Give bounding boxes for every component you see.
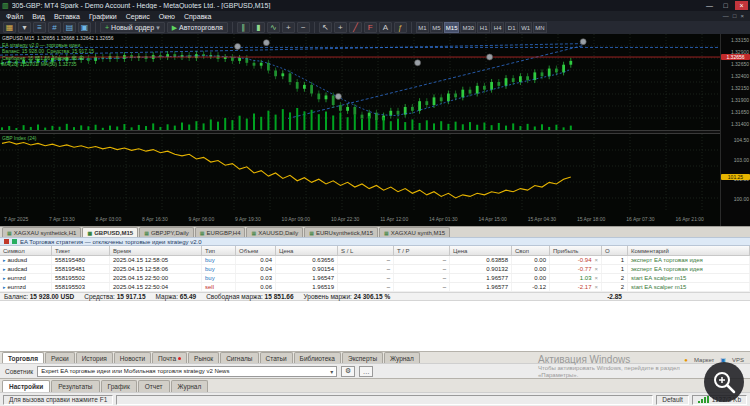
timeframe-H4[interactable]: H4: [491, 22, 504, 33]
bar-chart-icon[interactable]: ∥: [237, 22, 250, 33]
chart-tab-EURUsynthetick[interactable]: ▦EURUsynthetick,M15: [304, 227, 378, 237]
tester-tab-Отчет[interactable]: Отчет: [138, 380, 170, 392]
terminal-tab-Сигналы[interactable]: Сигналы: [220, 352, 258, 363]
close-order-icon[interactable]: ×: [594, 257, 598, 263]
terminal-tab-Журнал[interactable]: Журнал: [384, 352, 420, 363]
text-icon[interactable]: A: [379, 22, 392, 33]
terminal-tab-Библиотека[interactable]: Библиотека: [294, 352, 341, 363]
menu-item-Окно[interactable]: Окно: [159, 13, 175, 20]
new-chart-icon[interactable]: ▦: [3, 22, 16, 33]
timeframe-M1[interactable]: M1: [416, 22, 429, 33]
close-order-icon[interactable]: ×: [594, 266, 598, 272]
column-header-Тикет[interactable]: Тикет: [52, 246, 110, 255]
timeframe-H1[interactable]: H1: [477, 22, 490, 33]
expert-properties-button[interactable]: ⚙: [341, 366, 355, 377]
terminal-tab-Торговля[interactable]: Торговля: [2, 352, 44, 363]
timeframe-MN[interactable]: MN: [533, 22, 546, 33]
chart-plot[interactable]: GBPUSD,M15 1.32656 1.32668 1.32642 1.326…: [0, 34, 720, 226]
cursor-icon[interactable]: ↖: [319, 22, 332, 33]
time-label: 15 Apr 18:00: [577, 216, 605, 222]
trade-row[interactable]: ▸audcad5581954812025.04.15 12:58:06buy0.…: [0, 265, 750, 274]
profiles-icon[interactable]: ▾: [18, 22, 31, 33]
column-header-О[interactable]: О: [602, 246, 628, 255]
tester-tab-Настройки[interactable]: Настройки: [2, 380, 50, 392]
menu-item-Справка[interactable]: Справка: [184, 13, 211, 20]
terminal-tab-Почта[interactable]: Почта: [152, 352, 187, 363]
tester-tab-График[interactable]: График: [101, 380, 137, 392]
new-order-button[interactable]: + Новый ордер ▾: [100, 22, 165, 33]
chart-tab-XAGXAU synth[interactable]: ▦XAGXAU synth,M15: [379, 227, 450, 237]
menu-item-Вид[interactable]: Вид: [32, 13, 45, 20]
indicators-icon[interactable]: ƒ: [394, 22, 407, 33]
crosshair-icon[interactable]: +: [334, 22, 347, 33]
data-window-icon[interactable]: #: [48, 22, 61, 33]
terminal-tab-Рынок[interactable]: Рынок: [188, 352, 219, 363]
chart-tab-EURGBP[interactable]: ▦EURGBP,H4: [195, 227, 246, 237]
terminal-tab-Статьи[interactable]: Статьи: [260, 352, 293, 363]
terminal-tab-Риски[interactable]: Риски: [45, 352, 75, 363]
column-header-S / L[interactable]: S / L: [338, 246, 394, 255]
line-chart-icon[interactable]: ∿: [267, 22, 280, 33]
chart-tab-GBPJPY[interactable]: ▦GBPJPY,Daily: [139, 227, 194, 237]
menu-item-Графики[interactable]: Графики: [89, 13, 117, 20]
menu-item-Сервис[interactable]: Сервис: [126, 13, 150, 20]
trade-row[interactable]: ▸eurnzd5581955032025.04.15 22:50:04sell0…: [0, 283, 750, 292]
vps-link[interactable]: VPS: [732, 357, 744, 363]
timeframe-M5[interactable]: M5: [430, 22, 443, 33]
expert-more-button[interactable]: …: [359, 366, 373, 377]
menu-item-Файл[interactable]: Файл: [6, 13, 23, 20]
balance-value: 15 928.00 USD: [30, 293, 74, 300]
maximize-button[interactable]: □: [719, 1, 732, 10]
terminal-tab-Новости[interactable]: Новости: [114, 352, 151, 363]
close-order-icon[interactable]: ×: [594, 284, 598, 290]
minimize-button[interactable]: —: [703, 1, 716, 10]
chart-icon: ▦: [144, 230, 149, 236]
column-header-Прибыль[interactable]: Прибыль: [550, 246, 602, 255]
indicator-chart[interactable]: [0, 134, 720, 212]
navigator-icon[interactable]: ▤: [63, 22, 76, 33]
timeframe-D1[interactable]: D1: [505, 22, 518, 33]
time-axis[interactable]: 7 Apr 20257 Apr 13:308 Apr 03:008 Apr 16…: [4, 212, 704, 226]
timeframe-M30[interactable]: M30: [460, 22, 476, 33]
price-scale[interactable]: 1.331501.329001.326501.324001.321501.319…: [720, 34, 750, 226]
terminal-tab-Эксперты[interactable]: Эксперты: [342, 352, 383, 363]
trade-row[interactable]: ▸eurnzd5581955022025.04.15 22:50:00buy0.…: [0, 274, 750, 283]
terminal-tab-История[interactable]: История: [76, 352, 113, 363]
chart-minimize-button[interactable]: —: [723, 13, 729, 19]
trendline-icon[interactable]: ╱: [349, 22, 362, 33]
column-header-Символ[interactable]: Символ: [0, 246, 52, 255]
profile-name[interactable]: Default: [656, 395, 689, 405]
trade-row[interactable]: ▸audusd5581954802025.04.15 12:58:05buy0.…: [0, 256, 750, 265]
chart-restore-button[interactable]: □: [733, 13, 737, 19]
tester-tab-Журнал[interactable]: Журнал: [171, 380, 209, 392]
column-header-Своп[interactable]: Своп: [512, 246, 550, 255]
terminal-icon[interactable]: ▣: [78, 22, 91, 33]
timeframe-W1[interactable]: W1: [519, 22, 532, 33]
fibonacci-icon[interactable]: F: [364, 22, 377, 33]
close-button[interactable]: ×: [735, 1, 748, 10]
zoom-out-icon[interactable]: −: [297, 22, 310, 33]
close-order-icon[interactable]: ×: [594, 275, 598, 281]
chart-close-button[interactable]: ×: [740, 13, 744, 19]
column-header-Объем[interactable]: Объем: [236, 246, 276, 255]
column-header-Цена[interactable]: Цена: [276, 246, 338, 255]
zoom-in-icon[interactable]: +: [282, 22, 295, 33]
chart-tab-XAUUSD[interactable]: ▦XAUUSD,Daily: [246, 227, 303, 237]
chart-icon: ▦: [87, 230, 92, 236]
market-watch-icon[interactable]: ≡: [33, 22, 46, 33]
chart-tab-GBPUSD[interactable]: ▦GBPUSD,M15: [82, 227, 138, 237]
tester-tab-Результаты[interactable]: Результаты: [51, 380, 99, 392]
column-header-Время[interactable]: Время: [110, 246, 202, 255]
column-header-Тип[interactable]: Тип: [202, 246, 236, 255]
candle-chart-icon[interactable]: ▮: [252, 22, 265, 33]
column-header-Цена[interactable]: Цена: [450, 246, 512, 255]
expert-select[interactable]: Expert EA торговые идеи или Мобильная то…: [37, 366, 337, 377]
autotrading-button[interactable]: ▶ Автоторговля: [167, 22, 228, 33]
zoom-magnifier-button[interactable]: [704, 362, 744, 402]
column-header-Комментарий[interactable]: Комментарий: [628, 246, 750, 255]
timeframe-M15[interactable]: M15: [444, 22, 460, 33]
menu-item-Вставка[interactable]: Вставка: [54, 13, 80, 20]
market-link[interactable]: Маркет: [694, 357, 714, 363]
column-header-T / P[interactable]: T / P: [394, 246, 450, 255]
chart-tab-XAGXAU synthetick[interactable]: ▦XAGXAU synthetick,H1: [2, 227, 81, 237]
